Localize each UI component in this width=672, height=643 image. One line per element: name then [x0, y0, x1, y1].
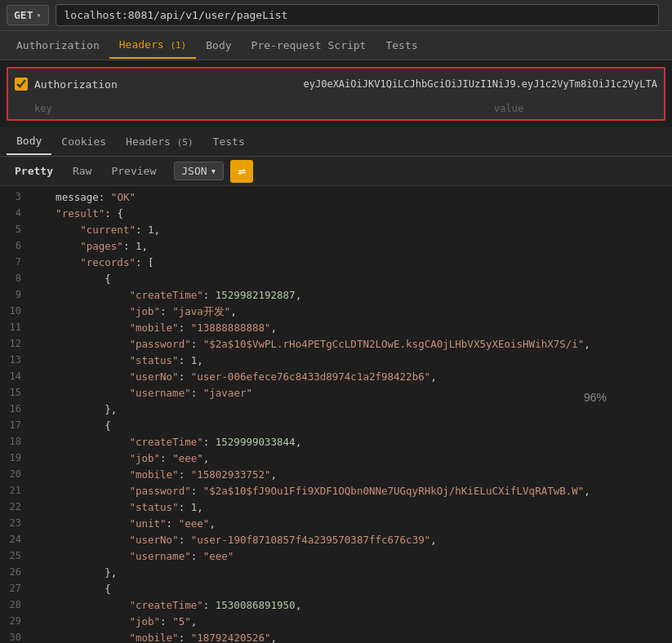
- table-row: 6 "pages": 1,: [0, 238, 672, 255]
- request-tabs: Authorization Headers (1) Body Pre-reque…: [0, 31, 672, 60]
- auth-header-section: Authorization eyJ0eXAiOiJKV1QiLCJhbGciOi…: [7, 67, 665, 121]
- chevron-icon: ▾: [36, 11, 41, 20]
- tab-prerequest[interactable]: Pre-request Script: [242, 33, 376, 58]
- format-json-dropdown[interactable]: JSON ▾: [174, 162, 224, 180]
- table-row: 7 "records": [: [0, 255, 672, 271]
- method-label: GET: [14, 9, 33, 21]
- tab-response-body[interactable]: Body: [7, 128, 51, 155]
- wrap-lines-icon[interactable]: ⇌: [230, 160, 253, 183]
- tab-body[interactable]: Body: [196, 33, 241, 58]
- tab-authorization[interactable]: Authorization: [7, 33, 109, 58]
- table-row: 3 message: "OK": [0, 189, 672, 206]
- format-preview[interactable]: Preview: [103, 162, 164, 180]
- table-row: 28 "createTime": 1530086891950,: [0, 597, 672, 614]
- kv-placeholder-row: key value: [8, 100, 664, 119]
- tab-tests[interactable]: Tests: [376, 33, 427, 58]
- auth-row: Authorization eyJ0eXAiOiJKV1QiLCJhbGciOi…: [8, 69, 664, 100]
- table-row: 22 "status": 1,: [0, 499, 672, 516]
- top-bar: GET ▾: [0, 0, 672, 31]
- table-row: 25 "username": "eee": [0, 548, 672, 565]
- table-row: 20 "mobile": "15802933752",: [0, 467, 672, 483]
- table-row: 13 "status": 1,: [0, 353, 672, 369]
- table-row: 12 "password": "$2a$10$VwPL.rHo4PETgCcLD…: [0, 336, 672, 353]
- method-dropdown[interactable]: GET ▾: [7, 5, 49, 25]
- tab-response-headers[interactable]: Headers (5): [116, 129, 203, 154]
- auth-key-label: Authorization: [34, 78, 132, 91]
- auth-checkbox[interactable]: [15, 78, 28, 91]
- key-placeholder: key: [34, 103, 487, 114]
- progress-indicator: 96%: [584, 388, 607, 406]
- table-row: 27 {: [0, 581, 672, 597]
- table-row: 17 {: [0, 418, 672, 434]
- table-row: 30 "mobile": "18792420526",: [0, 630, 672, 643]
- format-bar: Pretty Raw Preview JSON ▾ ⇌: [0, 157, 672, 186]
- table-row: 8 {: [0, 271, 672, 287]
- table-row: 29 "job": "5",: [0, 614, 672, 630]
- value-placeholder: value: [494, 103, 657, 114]
- table-row: 21 "password": "$2a$10$fJ9Ou1Ffi9XDF1OQb…: [0, 483, 672, 499]
- table-row: 10 "job": "java开发",: [0, 304, 672, 320]
- format-raw[interactable]: Raw: [65, 162, 100, 180]
- auth-value-text: eyJ0eXAiOiJKV1QiLCJhbGciOiJIUzI1NiJ9.eyJ…: [139, 78, 657, 90]
- table-row: 11 "mobile": "13888888888",: [0, 320, 672, 336]
- chevron-down-icon: ▾: [211, 165, 217, 177]
- table-row: 18 "createTime": 1529999033844,: [0, 434, 672, 450]
- response-tabs: Body Cookies Headers (5) Tests: [0, 127, 672, 157]
- tab-response-tests[interactable]: Tests: [203, 129, 255, 154]
- table-row: 5 "current": 1,: [0, 222, 672, 238]
- table-row: 9 "createTime": 1529982192887,: [0, 287, 672, 304]
- table-row: 26 },: [0, 565, 672, 581]
- table-row: 19 "job": "eee",: [0, 450, 672, 467]
- table-row: 16 },: [0, 401, 672, 418]
- table-row: 24 "userNo": "user-190f8710857f4a2395703…: [0, 532, 672, 548]
- table-row: 15 "username": "javaer": [0, 385, 672, 401]
- tab-cookies[interactable]: Cookies: [51, 129, 116, 154]
- tab-headers[interactable]: Headers (1): [109, 32, 197, 59]
- table-row: 23 "unit": "eee",: [0, 516, 672, 532]
- table-row: 4 "result": {: [0, 206, 672, 222]
- url-input[interactable]: [56, 4, 659, 26]
- table-row: 14 "userNo": "user-006efece76c8433d8974c…: [0, 369, 672, 385]
- format-pretty[interactable]: Pretty: [7, 162, 61, 180]
- code-area[interactable]: 3 message: "OK"4 "result": {5 "current":…: [0, 186, 672, 643]
